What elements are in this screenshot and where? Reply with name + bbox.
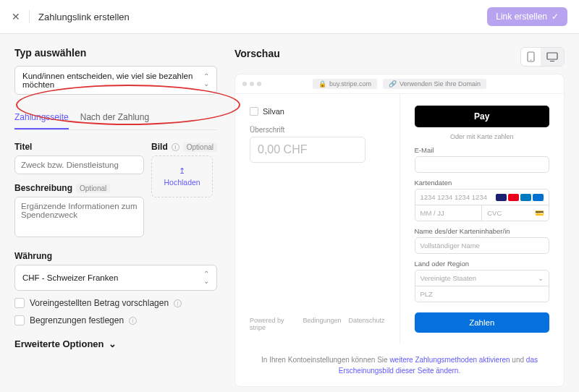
currency-select[interactable]: CHF - Schweizer Franken ⌃⌄ (14, 265, 217, 291)
image-upload[interactable]: ↥ Hochladen (151, 155, 213, 197)
create-link-button[interactable]: Link erstellen ✓ (487, 7, 567, 26)
svg-rect-2 (547, 53, 557, 59)
suggest-amount-label: Voreingestellten Betrag vorschlagen (30, 298, 169, 308)
tab-after-payment[interactable]: Nach der Zahlung (80, 108, 149, 129)
preview-frame: 🔒 buy.stripe.com 🔗 Verwenden Sie Ihre Do… (234, 74, 565, 387)
currency-label: Währung (14, 251, 217, 261)
country-group: Vereinigte Staaten ⌄ PLZ (415, 270, 550, 302)
info-icon: i (172, 143, 179, 151)
title-label: Titel (14, 142, 144, 152)
type-value: Kund/innen entscheiden, wie viel sie bez… (22, 72, 203, 89)
terms-link: Bedingungen (303, 317, 341, 331)
cvc-input[interactable]: CVC 💳 (481, 205, 549, 221)
set-limits-checkbox[interactable] (14, 315, 25, 325)
description-input[interactable] (14, 197, 144, 237)
tab-payment-page[interactable]: Zahlungsseite (14, 108, 69, 129)
holder-input[interactable]: Vollständiger Name (415, 237, 550, 254)
zip-input[interactable]: PLZ (415, 286, 549, 302)
browser-bar: 🔒 buy.stripe.com 🔗 Verwenden Sie Ihre Do… (235, 74, 564, 94)
url-display: 🔒 buy.stripe.com (313, 79, 377, 89)
country-label: Land oder Region (415, 260, 550, 268)
card-number-input[interactable]: 1234 1234 1234 1234 (415, 189, 549, 205)
page-title: Zahlungslink erstellen (38, 12, 130, 22)
image-label: Bild (151, 142, 168, 152)
window-dots (242, 82, 261, 86)
cta-label: Link erstellen (496, 12, 547, 22)
check-icon: ✓ (551, 12, 559, 22)
amount-overline: Überschrift (250, 126, 385, 134)
amount-input[interactable]: 0,00 CHF (250, 137, 365, 163)
advanced-options-toggle[interactable]: Erweiterte Optionen ⌄ (14, 338, 217, 349)
image-label-row: Bild i Optional (151, 142, 217, 152)
suggest-amount-checkbox[interactable] (14, 298, 25, 308)
powered-by: Powered by stripe (250, 317, 295, 331)
link-icon: 🔗 (389, 80, 397, 88)
preview-heading: Vorschau (234, 48, 280, 59)
mobile-toggle[interactable] (521, 48, 541, 66)
divider (29, 10, 30, 23)
card-brand-icons (496, 194, 544, 201)
optional-tag: Optional (76, 184, 110, 193)
svg-point-1 (531, 59, 532, 61)
select-icon: ⌃⌄ (203, 270, 209, 285)
title-input[interactable] (14, 155, 144, 174)
expiry-input[interactable]: MM / JJ (415, 205, 482, 221)
optional-tag: Optional (183, 142, 217, 152)
email-input[interactable] (415, 156, 550, 173)
card-label: Kartendaten (415, 179, 550, 187)
info-icon: i (174, 299, 182, 307)
desc-label-row: Beschreibung Optional (14, 183, 144, 193)
pay-button[interactable]: Zahlen (415, 312, 550, 333)
or-divider: Oder mit Karte zahlen (415, 133, 550, 140)
select-icon: ⌃⌄ (203, 73, 209, 88)
lock-icon: 🔒 (318, 80, 326, 88)
close-icon[interactable]: ✕ (12, 11, 20, 22)
desktop-toggle[interactable] (541, 48, 564, 66)
domain-hint: 🔗 Verwenden Sie Ihre Domain (383, 79, 486, 89)
payment-methods-link[interactable]: weitere Zahlungsmethoden aktivieren (389, 356, 510, 364)
desc-label: Beschreibung (14, 183, 72, 193)
card-icon: 💳 (535, 209, 544, 217)
currency-value: CHF - Schweizer Franken (22, 273, 118, 282)
tabs: Zahlungsseite Nach der Zahlung (14, 108, 217, 130)
chevron-down-icon: ⌄ (109, 338, 117, 349)
type-select[interactable]: Kund/innen entscheiden, wie viel sie bez… (14, 66, 217, 95)
upload-label: Hochladen (164, 178, 200, 187)
chevron-down-icon: ⌄ (538, 274, 544, 282)
brand-name: Silvan (263, 107, 284, 116)
topbar: ✕ Zahlungslink erstellen Link erstellen … (0, 0, 579, 34)
email-label: E-Mail (415, 146, 550, 154)
card-input-group: 1234 1234 1234 1234 MM / JJ CVC (415, 189, 550, 221)
info-icon: i (129, 317, 137, 325)
country-select[interactable]: Vereinigte Staaten ⌄ (415, 270, 549, 286)
apple-pay-button[interactable]: Pay (415, 106, 550, 127)
set-limits-label: Begrenzungen festlegen (30, 315, 124, 325)
type-heading: Typ auswählen (14, 47, 217, 59)
device-toggle (520, 47, 565, 67)
brand-logo-placeholder (250, 107, 258, 116)
brand-row: Silvan (250, 107, 385, 116)
advanced-label: Erweiterte Optionen (14, 338, 104, 349)
footer-note: In Ihren Kontoeinstellungen können Sie w… (235, 354, 564, 386)
upload-icon: ↥ (179, 166, 185, 175)
holder-label: Name des/der Karteninhaber/in (415, 227, 550, 235)
privacy-link: Datenschutz (348, 317, 384, 331)
